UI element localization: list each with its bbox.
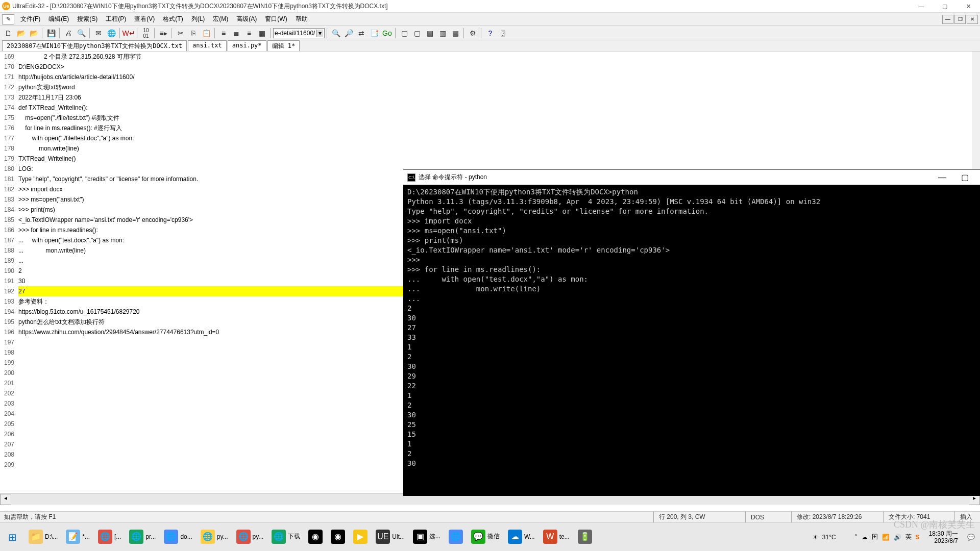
- tray-wifi-icon[interactable]: 📶: [882, 534, 890, 541]
- console-output[interactable]: D:\20230807在WIN10下使用python3将TXT文件转换为DOCX…: [403, 185, 980, 470]
- taskbar-app[interactable]: ☁W...: [505, 527, 538, 547]
- taskbar-app[interactable]: UEUlt...: [373, 527, 408, 547]
- menu-macro[interactable]: 宏(M): [209, 14, 232, 24]
- align-right-icon[interactable]: ≡: [243, 27, 255, 39]
- menu-advanced[interactable]: 高级(A): [232, 14, 261, 24]
- cmd-icon: C:\: [407, 173, 415, 182]
- menu-help[interactable]: 帮助: [291, 14, 312, 24]
- taskbar-app[interactable]: 🌐py...: [198, 527, 231, 547]
- taskbar-app[interactable]: 🌐py...: [233, 527, 267, 547]
- menu-edit[interactable]: 编辑(E): [44, 14, 73, 24]
- paste-icon[interactable]: 📋: [200, 27, 212, 39]
- console-title: 选择 命令提示符 - python: [419, 173, 931, 182]
- status-help: 如需帮助，请按 F1: [0, 513, 653, 521]
- tray-lang-icon[interactable]: 英: [905, 533, 912, 541]
- taskbar-app[interactable]: 🌐: [446, 527, 466, 547]
- file-tab[interactable]: 20230807在WIN10下使用python3将TXT文件转换为DOCX.tx…: [2, 40, 187, 51]
- find-next-icon[interactable]: 🔎: [342, 27, 355, 39]
- cut-icon[interactable]: ✂: [175, 27, 187, 39]
- find-icon[interactable]: 🔍: [330, 27, 342, 39]
- taskbar-app[interactable]: ▶: [350, 527, 371, 547]
- taskbar-app[interactable]: 🌐do...: [161, 527, 195, 547]
- justify-icon[interactable]: ▦: [256, 27, 268, 39]
- console-maximize-button[interactable]: ▢: [953, 172, 976, 182]
- window2-icon[interactable]: ▢: [411, 27, 423, 39]
- menu-format[interactable]: 格式(T): [159, 14, 187, 24]
- copy-icon[interactable]: ⎘: [187, 27, 200, 39]
- email-icon[interactable]: ✉: [92, 27, 105, 39]
- temperature[interactable]: 31°C: [822, 534, 836, 541]
- navigation-combo[interactable]: e-detail/11600/▾: [273, 28, 325, 38]
- file-tab[interactable]: ansi.py*: [228, 40, 266, 51]
- mdi-restore-button[interactable]: ❐: [954, 15, 966, 24]
- tile-v-icon[interactable]: ▥: [436, 27, 449, 39]
- align-center-icon[interactable]: ≣: [230, 27, 242, 39]
- maximize-button[interactable]: ▢: [933, 0, 957, 13]
- scroll-left-icon[interactable]: ◂: [0, 494, 11, 505]
- tray-sogou-icon[interactable]: S: [916, 534, 920, 541]
- taskbar-app[interactable]: 🌐下载: [268, 527, 303, 547]
- weather-icon[interactable]: ☀: [813, 534, 818, 541]
- cascade-icon[interactable]: ▦: [449, 27, 461, 39]
- print-preview-icon[interactable]: 🔍: [75, 27, 87, 39]
- status-encoding: DOS: [745, 512, 791, 522]
- save-icon[interactable]: 💾: [45, 27, 57, 39]
- list-icon[interactable]: ≡▸: [157, 27, 169, 39]
- web-icon[interactable]: 🌐: [105, 27, 117, 39]
- open-file2-icon[interactable]: 📂: [28, 27, 40, 39]
- status-position: 行 200, 列 3, CW: [653, 512, 745, 522]
- console-minimize-button[interactable]: —: [931, 173, 953, 182]
- watermark: CSDN @南核芙芙生: [894, 518, 975, 531]
- goto-icon[interactable]: Go: [381, 27, 393, 39]
- taskbar-app[interactable]: 🌐pr...: [126, 527, 159, 547]
- menu-window[interactable]: 窗口(W): [261, 14, 291, 24]
- taskbar-app[interactable]: 🔋: [575, 527, 595, 547]
- word-wrap-icon[interactable]: W↵: [122, 27, 135, 39]
- window1-icon[interactable]: ▢: [398, 27, 410, 39]
- taskbar-app[interactable]: 🌐[...: [95, 527, 124, 547]
- find-files-icon[interactable]: 📑: [368, 27, 380, 39]
- align-left-icon[interactable]: ≡: [217, 27, 230, 39]
- taskbar-app[interactable]: Wte...: [540, 527, 573, 547]
- start-button[interactable]: ⊞: [0, 523, 24, 552]
- new-file-icon[interactable]: 🗋: [2, 27, 14, 39]
- tile-h-icon[interactable]: ▤: [424, 27, 436, 39]
- titlebar: Ue UltraEdit-32 - [D:\20230807在WIN10下使用p…: [0, 0, 980, 13]
- taskbar-app[interactable]: ◉: [328, 527, 348, 547]
- tray-onedrive-icon[interactable]: ☁: [862, 534, 868, 541]
- tray-ime-icon[interactable]: 囯: [872, 533, 878, 541]
- taskbar-app[interactable]: ▣选...: [410, 527, 444, 547]
- taskbar-clock[interactable]: 18:30 周一2023/8/7: [924, 530, 963, 544]
- toolbar: 🗋 📂 📂 💾 🖨 🔍 ✉ 🌐 W↵ 1001 ≡▸ ✂ ⎘ 📋 ≡ ≣ ≡ ▦…: [0, 26, 980, 40]
- notifications-icon[interactable]: 💬: [967, 534, 975, 541]
- taskbar: ⊞ 📁D:\...📝*...🌐[...🌐pr...🌐do...🌐py...🌐py…: [0, 522, 980, 551]
- open-file-icon[interactable]: 📂: [15, 27, 27, 39]
- status-modified: 修改: 2023/8/7 18:29:26: [791, 512, 883, 522]
- file-tab[interactable]: ansi.txt: [188, 40, 227, 51]
- tray-volume-icon[interactable]: 🔊: [894, 534, 901, 541]
- menu-column[interactable]: 列(L): [187, 14, 209, 24]
- taskbar-app[interactable]: ◉: [305, 527, 326, 547]
- menu-file[interactable]: 文件(F): [16, 14, 44, 24]
- mdi-close-button[interactable]: ✕: [967, 15, 978, 24]
- file-tab[interactable]: 编辑 1*: [267, 40, 300, 51]
- taskbar-app[interactable]: 📁D:\...: [26, 527, 61, 547]
- console-titlebar[interactable]: C:\ 选择 命令提示符 - python — ▢: [403, 170, 980, 185]
- tray-chevron-icon[interactable]: ˄: [854, 534, 857, 541]
- menu-search[interactable]: 搜索(S): [73, 14, 102, 24]
- replace-icon[interactable]: ⇄: [355, 27, 368, 39]
- hex-icon[interactable]: 1001: [140, 27, 152, 39]
- mdi-minimize-button[interactable]: —: [942, 15, 953, 24]
- menu-view[interactable]: 查看(V): [130, 14, 159, 24]
- minimize-button[interactable]: —: [910, 0, 933, 13]
- window-title: UltraEdit-32 - [D:\20230807在WIN10下使用pyth…: [12, 2, 910, 11]
- taskbar-app[interactable]: 💬微信: [468, 527, 503, 547]
- close-button[interactable]: ✕: [957, 0, 980, 13]
- doc-icon[interactable]: ✎: [2, 14, 14, 24]
- help-icon[interactable]: ?: [484, 27, 496, 39]
- settings-icon[interactable]: ⚙: [467, 27, 479, 39]
- context-help-icon[interactable]: ⍰: [497, 27, 509, 39]
- menu-project[interactable]: 工程(P): [102, 14, 130, 24]
- taskbar-app[interactable]: 📝*...: [63, 527, 93, 547]
- print-icon[interactable]: 🖨: [62, 27, 75, 39]
